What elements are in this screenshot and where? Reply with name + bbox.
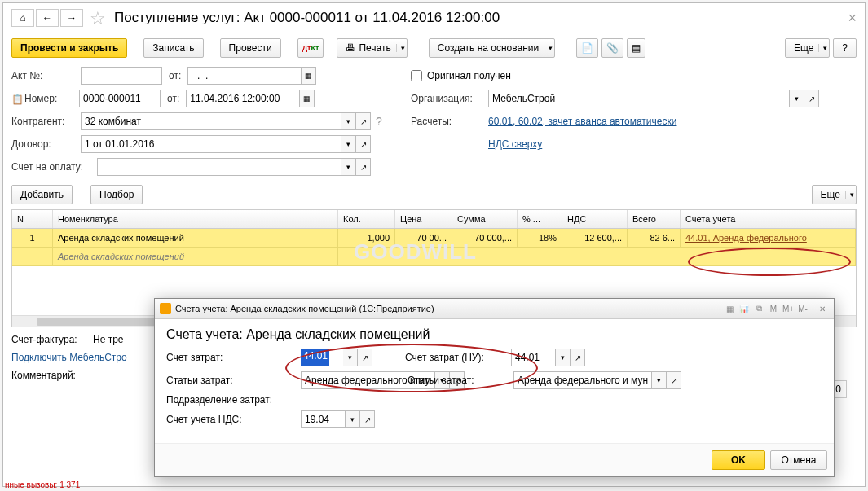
ot-label-1: от: [169, 70, 181, 81]
add-row-button[interactable]: Добавить [11, 185, 73, 204]
tb-mplus[interactable]: M+ [782, 302, 795, 315]
nomer-label: Номер: [24, 93, 79, 104]
schet-zatrat-nu-label: Счет затрат (НУ): [405, 352, 511, 363]
raschety-link[interactable]: 60.01, 60.02, зачет аванса автоматически [488, 116, 676, 127]
home-button[interactable]: ⌂ [11, 9, 34, 27]
help-hint-icon[interactable]: ? [376, 115, 382, 128]
print-button[interactable]: 🖶Печать [337, 38, 407, 58]
app-icon [160, 303, 171, 314]
more-button[interactable]: Еще [785, 38, 830, 58]
tb-icon-3[interactable]: ⧉ [752, 302, 765, 315]
col-price[interactable]: Цена [395, 210, 452, 228]
org-input[interactable] [488, 90, 790, 107]
open-icon[interactable]: ↗ [360, 410, 375, 428]
stati-zatrat2-input[interactable] [513, 371, 652, 389]
sf-value: Не тре [93, 334, 124, 345]
dropdown-icon[interactable]: ▾ [341, 112, 356, 130]
stati-zatrat2-label: Статьи затрат: [408, 375, 513, 386]
open-icon[interactable]: ↗ [804, 90, 819, 107]
dropdown-icon[interactable]: ▾ [346, 410, 360, 428]
schet-input[interactable] [97, 158, 341, 176]
open-icon[interactable]: ↗ [356, 112, 371, 130]
dropdown-icon[interactable]: ▾ [341, 158, 356, 176]
dt-kt-icon[interactable]: ДтКт [297, 38, 324, 58]
post-and-close-button[interactable]: Провести и закрыть [11, 38, 127, 58]
open-icon[interactable]: ↗ [358, 349, 372, 366]
col-pct[interactable]: % ... [518, 210, 562, 228]
schet-nds-input[interactable] [301, 410, 346, 428]
document-title: Поступление услуг: Акт 0000-000011 от 11… [114, 10, 500, 26]
titlebar: ⌂ ← → ☆ Поступление услуг: Акт 0000-0000… [3, 3, 865, 33]
doc-status-icon: 📋 [11, 94, 21, 103]
col-nomen[interactable]: Номенклатура [53, 210, 338, 228]
cancel-button[interactable]: Отмена [770, 450, 827, 470]
tb-mminus[interactable]: M- [796, 302, 809, 315]
account-cell-link[interactable]: 44.01, Аренда федерального [685, 233, 807, 243]
col-n[interactable]: N [12, 210, 53, 228]
raschety-label: Расчеты: [411, 116, 488, 127]
nomer-date-input[interactable] [186, 90, 300, 107]
dropdown-icon[interactable]: ▾ [341, 135, 356, 153]
save-button[interactable]: Записать [143, 38, 203, 58]
open-icon[interactable]: ↗ [356, 158, 371, 176]
date-picker-icon[interactable]: ▦ [302, 67, 316, 85]
grid-header: N Номенклатура Кол. Цена Сумма % ... НДС… [12, 210, 856, 229]
podrazd-label: Подразделение затрат: [166, 394, 301, 406]
nomer-input[interactable] [79, 90, 161, 107]
akt-label: Акт №: [11, 70, 81, 81]
favorite-star-icon[interactable]: ☆ [90, 8, 109, 28]
dialog-body: Счет затрат: 44.01 ▾ ↗ Счет затрат (НУ):… [155, 347, 834, 435]
dialog-titlebar: Счета учета: Аренда складских помещений … [155, 299, 834, 319]
open-icon[interactable]: ↗ [571, 349, 585, 366]
dropdown-icon[interactable]: ▾ [556, 349, 571, 366]
col-nds[interactable]: НДС [562, 210, 628, 228]
schet-zatrat-nu-input[interactable] [511, 349, 556, 366]
col-sum[interactable]: Сумма [452, 210, 518, 228]
schet-label: Счет на оплату: [11, 161, 97, 173]
connect-link[interactable]: Подключить МебельСтро [11, 352, 127, 363]
create-based-button[interactable]: Создать на основании [429, 38, 556, 58]
open-icon[interactable]: ↗ [356, 135, 371, 153]
dogovor-input[interactable] [81, 135, 341, 153]
original-checkbox[interactable] [411, 70, 422, 81]
post-button[interactable]: Провести [220, 38, 281, 58]
status-bar-text: нные вызовы: 1 371 [5, 480, 80, 489]
clip-icon[interactable]: 📎 [601, 38, 623, 58]
dialog-wintitle: Счета учета: Аренда складских помещений … [175, 304, 434, 313]
dropdown-icon[interactable]: ▾ [652, 371, 667, 389]
forward-button[interactable]: → [60, 9, 83, 27]
kontragent-input[interactable] [81, 112, 341, 130]
kontragent-label: Контрагент: [11, 116, 81, 127]
tb-icon-2[interactable]: 📊 [738, 302, 751, 315]
dropdown-icon[interactable]: ▾ [343, 349, 358, 366]
dropdown-icon[interactable]: ▾ [790, 90, 804, 107]
tb-m[interactable]: M [767, 302, 780, 315]
original-label: Оригинал получен [427, 70, 511, 81]
pick-button[interactable]: Подбор [90, 185, 143, 204]
nds-link[interactable]: НДС сверху [488, 138, 542, 150]
back-button[interactable]: ← [36, 9, 59, 27]
dogovor-label: Договор: [11, 138, 81, 150]
col-account[interactable]: Счета учета [681, 210, 856, 228]
akt-date-input[interactable] [187, 67, 302, 85]
col-qty[interactable]: Кол. [338, 210, 395, 228]
col-total[interactable]: Всего [628, 210, 681, 228]
form-area: Акт №: от: ▦ 📋 Номер: от: ▦ Контраг [3, 63, 865, 183]
grid-more-button[interactable]: Еще [812, 185, 857, 204]
table-row-sub: Аренда складских помещений [12, 248, 856, 266]
dialog-footer: OK Отмена [155, 443, 834, 476]
close-icon[interactable]: × [848, 10, 857, 27]
main-toolbar: Провести и закрыть Записать Провести ДтК… [3, 33, 865, 63]
sf-label: Счет-фактура: [11, 334, 93, 345]
dialog-close-icon[interactable]: ✕ [816, 302, 829, 315]
date-picker-icon-2[interactable]: ▦ [300, 90, 315, 107]
akt-input[interactable] [81, 67, 162, 85]
ok-button[interactable]: OK [712, 450, 765, 470]
help-button[interactable]: ? [833, 38, 857, 58]
schet-zatrat-label: Счет затрат: [166, 352, 301, 363]
notes-icon[interactable]: ▤ [627, 38, 645, 58]
tb-icon-1[interactable]: ▦ [723, 302, 736, 315]
attach-file-icon[interactable]: 📄 [576, 38, 598, 58]
open-icon[interactable]: ↗ [667, 371, 681, 389]
table-row[interactable]: 1 Аренда складских помещений 1,000 70 00… [12, 229, 856, 248]
